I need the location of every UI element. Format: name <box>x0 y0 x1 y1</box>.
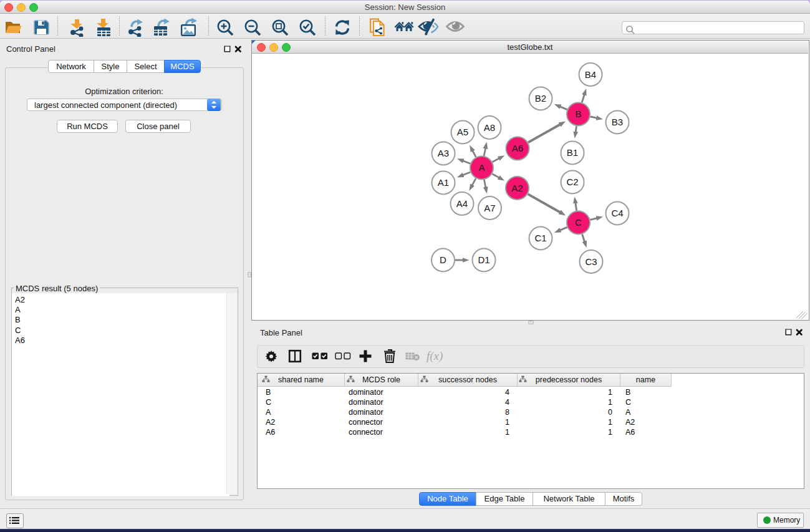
svg-text:D1: D1 <box>478 254 489 265</box>
svg-text:A3: A3 <box>438 148 449 158</box>
svg-text:B2: B2 <box>535 93 546 104</box>
svg-text:A5: A5 <box>457 127 468 137</box>
svg-text:A8: A8 <box>484 122 495 133</box>
svg-text:A6: A6 <box>512 143 523 153</box>
svg-text:D: D <box>440 254 446 265</box>
svg-text:C2: C2 <box>566 177 578 187</box>
svg-text:B: B <box>575 109 581 119</box>
svg-text:A2: A2 <box>511 183 523 193</box>
svg-text:B4: B4 <box>585 69 596 80</box>
svg-text:A: A <box>478 162 485 173</box>
svg-text:C: C <box>575 217 582 228</box>
svg-text:C1: C1 <box>534 233 546 243</box>
svg-text:C3: C3 <box>585 256 597 267</box>
svg-text:B1: B1 <box>567 147 578 158</box>
svg-text:B3: B3 <box>612 117 623 127</box>
svg-text:A7: A7 <box>484 203 495 213</box>
svg-text:C4: C4 <box>611 208 623 218</box>
svg-text:A4: A4 <box>456 198 468 209</box>
svg-text:A1: A1 <box>438 177 449 188</box>
